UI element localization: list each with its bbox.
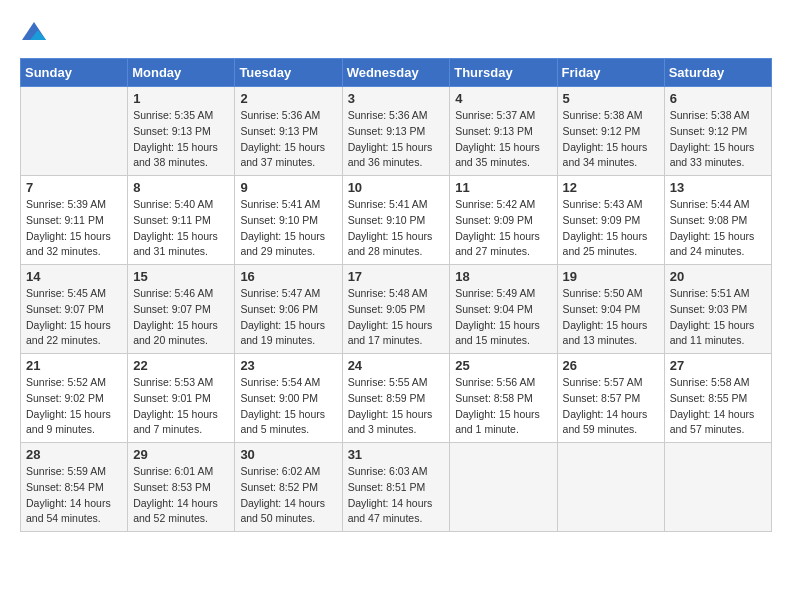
day-cell-19: 19Sunrise: 5:50 AM Sunset: 9:04 PM Dayli… <box>557 265 664 354</box>
day-number: 13 <box>670 180 766 195</box>
day-info: Sunrise: 5:41 AM Sunset: 9:10 PM Dayligh… <box>348 197 445 260</box>
day-cell-1: 1Sunrise: 5:35 AM Sunset: 9:13 PM Daylig… <box>128 87 235 176</box>
day-info: Sunrise: 5:54 AM Sunset: 9:00 PM Dayligh… <box>240 375 336 438</box>
day-info: Sunrise: 5:47 AM Sunset: 9:06 PM Dayligh… <box>240 286 336 349</box>
day-number: 3 <box>348 91 445 106</box>
day-info: Sunrise: 5:40 AM Sunset: 9:11 PM Dayligh… <box>133 197 229 260</box>
day-info: Sunrise: 5:52 AM Sunset: 9:02 PM Dayligh… <box>26 375 122 438</box>
day-number: 17 <box>348 269 445 284</box>
calendar-week-3: 14Sunrise: 5:45 AM Sunset: 9:07 PM Dayli… <box>21 265 772 354</box>
day-number: 24 <box>348 358 445 373</box>
calendar-week-5: 28Sunrise: 5:59 AM Sunset: 8:54 PM Dayli… <box>21 443 772 532</box>
calendar-table: SundayMondayTuesdayWednesdayThursdayFrid… <box>20 58 772 532</box>
day-number: 18 <box>455 269 551 284</box>
calendar-week-1: 1Sunrise: 5:35 AM Sunset: 9:13 PM Daylig… <box>21 87 772 176</box>
day-info: Sunrise: 5:56 AM Sunset: 8:58 PM Dayligh… <box>455 375 551 438</box>
logo <box>20 20 50 48</box>
empty-cell <box>557 443 664 532</box>
day-cell-7: 7Sunrise: 5:39 AM Sunset: 9:11 PM Daylig… <box>21 176 128 265</box>
day-cell-26: 26Sunrise: 5:57 AM Sunset: 8:57 PM Dayli… <box>557 354 664 443</box>
day-cell-10: 10Sunrise: 5:41 AM Sunset: 9:10 PM Dayli… <box>342 176 450 265</box>
day-number: 4 <box>455 91 551 106</box>
day-number: 20 <box>670 269 766 284</box>
empty-cell <box>21 87 128 176</box>
day-cell-3: 3Sunrise: 5:36 AM Sunset: 9:13 PM Daylig… <box>342 87 450 176</box>
day-info: Sunrise: 5:41 AM Sunset: 9:10 PM Dayligh… <box>240 197 336 260</box>
day-cell-25: 25Sunrise: 5:56 AM Sunset: 8:58 PM Dayli… <box>450 354 557 443</box>
day-info: Sunrise: 5:49 AM Sunset: 9:04 PM Dayligh… <box>455 286 551 349</box>
weekday-header-saturday: Saturday <box>664 59 771 87</box>
day-info: Sunrise: 5:35 AM Sunset: 9:13 PM Dayligh… <box>133 108 229 171</box>
day-number: 7 <box>26 180 122 195</box>
empty-cell <box>450 443 557 532</box>
day-info: Sunrise: 6:02 AM Sunset: 8:52 PM Dayligh… <box>240 464 336 527</box>
day-number: 8 <box>133 180 229 195</box>
day-cell-15: 15Sunrise: 5:46 AM Sunset: 9:07 PM Dayli… <box>128 265 235 354</box>
day-cell-4: 4Sunrise: 5:37 AM Sunset: 9:13 PM Daylig… <box>450 87 557 176</box>
day-number: 1 <box>133 91 229 106</box>
day-number: 22 <box>133 358 229 373</box>
day-number: 12 <box>563 180 659 195</box>
calendar-week-2: 7Sunrise: 5:39 AM Sunset: 9:11 PM Daylig… <box>21 176 772 265</box>
empty-cell <box>664 443 771 532</box>
day-info: Sunrise: 5:42 AM Sunset: 9:09 PM Dayligh… <box>455 197 551 260</box>
day-cell-11: 11Sunrise: 5:42 AM Sunset: 9:09 PM Dayli… <box>450 176 557 265</box>
day-cell-22: 22Sunrise: 5:53 AM Sunset: 9:01 PM Dayli… <box>128 354 235 443</box>
day-number: 19 <box>563 269 659 284</box>
day-number: 28 <box>26 447 122 462</box>
day-info: Sunrise: 5:55 AM Sunset: 8:59 PM Dayligh… <box>348 375 445 438</box>
day-info: Sunrise: 6:03 AM Sunset: 8:51 PM Dayligh… <box>348 464 445 527</box>
day-info: Sunrise: 6:01 AM Sunset: 8:53 PM Dayligh… <box>133 464 229 527</box>
weekday-header-friday: Friday <box>557 59 664 87</box>
day-info: Sunrise: 5:46 AM Sunset: 9:07 PM Dayligh… <box>133 286 229 349</box>
day-cell-29: 29Sunrise: 6:01 AM Sunset: 8:53 PM Dayli… <box>128 443 235 532</box>
calendar-header: SundayMondayTuesdayWednesdayThursdayFrid… <box>21 59 772 87</box>
day-number: 26 <box>563 358 659 373</box>
day-info: Sunrise: 5:39 AM Sunset: 9:11 PM Dayligh… <box>26 197 122 260</box>
day-number: 29 <box>133 447 229 462</box>
day-number: 31 <box>348 447 445 462</box>
day-info: Sunrise: 5:43 AM Sunset: 9:09 PM Dayligh… <box>563 197 659 260</box>
day-cell-13: 13Sunrise: 5:44 AM Sunset: 9:08 PM Dayli… <box>664 176 771 265</box>
day-cell-2: 2Sunrise: 5:36 AM Sunset: 9:13 PM Daylig… <box>235 87 342 176</box>
day-number: 23 <box>240 358 336 373</box>
day-info: Sunrise: 5:37 AM Sunset: 9:13 PM Dayligh… <box>455 108 551 171</box>
day-number: 15 <box>133 269 229 284</box>
day-number: 14 <box>26 269 122 284</box>
day-cell-28: 28Sunrise: 5:59 AM Sunset: 8:54 PM Dayli… <box>21 443 128 532</box>
day-cell-31: 31Sunrise: 6:03 AM Sunset: 8:51 PM Dayli… <box>342 443 450 532</box>
day-cell-18: 18Sunrise: 5:49 AM Sunset: 9:04 PM Dayli… <box>450 265 557 354</box>
day-cell-16: 16Sunrise: 5:47 AM Sunset: 9:06 PM Dayli… <box>235 265 342 354</box>
day-cell-21: 21Sunrise: 5:52 AM Sunset: 9:02 PM Dayli… <box>21 354 128 443</box>
day-number: 5 <box>563 91 659 106</box>
day-cell-17: 17Sunrise: 5:48 AM Sunset: 9:05 PM Dayli… <box>342 265 450 354</box>
day-cell-30: 30Sunrise: 6:02 AM Sunset: 8:52 PM Dayli… <box>235 443 342 532</box>
day-cell-27: 27Sunrise: 5:58 AM Sunset: 8:55 PM Dayli… <box>664 354 771 443</box>
calendar-body: 1Sunrise: 5:35 AM Sunset: 9:13 PM Daylig… <box>21 87 772 532</box>
day-info: Sunrise: 5:50 AM Sunset: 9:04 PM Dayligh… <box>563 286 659 349</box>
day-info: Sunrise: 5:53 AM Sunset: 9:01 PM Dayligh… <box>133 375 229 438</box>
day-number: 10 <box>348 180 445 195</box>
day-number: 9 <box>240 180 336 195</box>
day-info: Sunrise: 5:38 AM Sunset: 9:12 PM Dayligh… <box>670 108 766 171</box>
day-info: Sunrise: 5:59 AM Sunset: 8:54 PM Dayligh… <box>26 464 122 527</box>
day-info: Sunrise: 5:36 AM Sunset: 9:13 PM Dayligh… <box>348 108 445 171</box>
day-cell-12: 12Sunrise: 5:43 AM Sunset: 9:09 PM Dayli… <box>557 176 664 265</box>
day-number: 2 <box>240 91 336 106</box>
day-cell-20: 20Sunrise: 5:51 AM Sunset: 9:03 PM Dayli… <box>664 265 771 354</box>
header <box>20 20 772 48</box>
header-row: SundayMondayTuesdayWednesdayThursdayFrid… <box>21 59 772 87</box>
day-info: Sunrise: 5:45 AM Sunset: 9:07 PM Dayligh… <box>26 286 122 349</box>
day-info: Sunrise: 5:38 AM Sunset: 9:12 PM Dayligh… <box>563 108 659 171</box>
day-cell-23: 23Sunrise: 5:54 AM Sunset: 9:00 PM Dayli… <box>235 354 342 443</box>
day-cell-8: 8Sunrise: 5:40 AM Sunset: 9:11 PM Daylig… <box>128 176 235 265</box>
calendar-week-4: 21Sunrise: 5:52 AM Sunset: 9:02 PM Dayli… <box>21 354 772 443</box>
day-number: 6 <box>670 91 766 106</box>
day-cell-24: 24Sunrise: 5:55 AM Sunset: 8:59 PM Dayli… <box>342 354 450 443</box>
day-number: 16 <box>240 269 336 284</box>
day-cell-5: 5Sunrise: 5:38 AM Sunset: 9:12 PM Daylig… <box>557 87 664 176</box>
weekday-header-wednesday: Wednesday <box>342 59 450 87</box>
day-cell-14: 14Sunrise: 5:45 AM Sunset: 9:07 PM Dayli… <box>21 265 128 354</box>
day-number: 21 <box>26 358 122 373</box>
weekday-header-tuesday: Tuesday <box>235 59 342 87</box>
